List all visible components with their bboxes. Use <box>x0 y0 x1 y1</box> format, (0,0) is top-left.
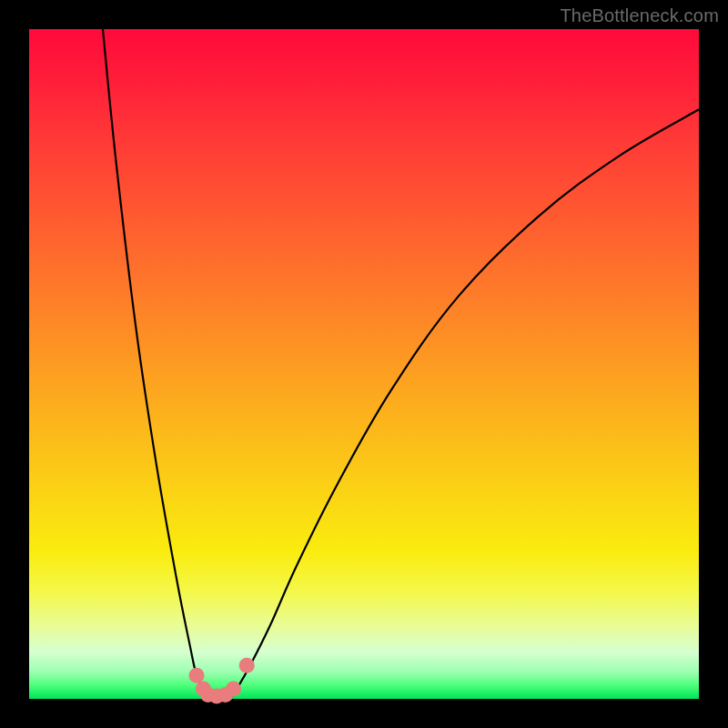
plot-area <box>29 29 699 699</box>
curve-right-branch <box>230 109 699 699</box>
curve-left-branch <box>103 29 210 699</box>
data-marker <box>239 658 255 673</box>
chart-svg <box>29 29 699 699</box>
data-marker <box>226 681 241 696</box>
watermark-text: TheBottleneck.com <box>560 5 719 26</box>
marker-group <box>189 658 255 704</box>
chart-frame: TheBottleneck.com <box>0 0 728 728</box>
data-marker <box>189 668 205 683</box>
curve-group <box>103 29 699 699</box>
